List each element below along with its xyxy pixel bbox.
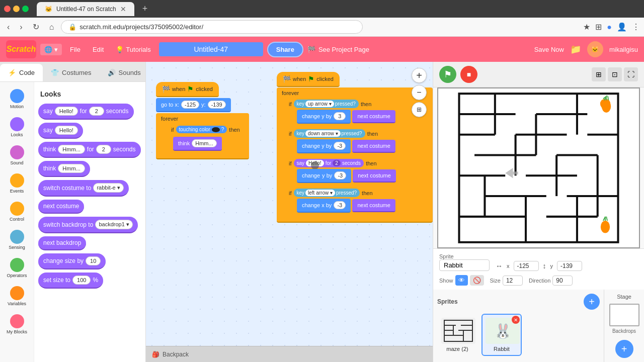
y-input[interactable] [557, 261, 582, 271]
category-looks[interactable]: Looks [4, 114, 30, 140]
touching-color-block[interactable]: touching color ? [176, 126, 227, 133]
sprites-list: Sprites + [433, 290, 604, 362]
code-icon: ⚡ [8, 69, 16, 76]
project-name-input[interactable] [159, 42, 263, 56]
category-operators[interactable]: Operators [4, 255, 30, 281]
svg-rect-0 [459, 94, 618, 242]
reload-btn[interactable]: ↻ [30, 20, 42, 34]
category-motion[interactable]: Motion [4, 86, 30, 112]
show-label: Show [439, 278, 453, 284]
block-change-x-neg3[interactable]: change x by -3 [297, 199, 351, 213]
sprite-name-input[interactable] [439, 259, 490, 271]
sprite-delete-btn[interactable]: ✕ [512, 316, 520, 324]
block-think-hmm-for[interactable]: think Hmm... for 2 seconds [38, 142, 141, 158]
full-stage-btn[interactable]: ⊡ [608, 67, 622, 81]
zoom-out-btn[interactable]: − [412, 85, 427, 100]
direction-input[interactable] [552, 276, 573, 286]
share-button[interactable]: Share [267, 42, 303, 57]
edit-menu[interactable]: Edit [89, 44, 108, 55]
stage-mini-preview[interactable] [609, 304, 639, 326]
zoom-in-btn[interactable]: + [412, 68, 427, 83]
category-events[interactable]: Events [4, 170, 30, 197]
tutorials-btn[interactable]: 💡 Tutorials [112, 44, 154, 55]
category-sensing[interactable]: Sensing [4, 227, 30, 253]
file-menu[interactable]: File [66, 44, 85, 55]
category-variables[interactable]: Variables [4, 283, 30, 309]
block-next-costume-4[interactable]: next costume [352, 199, 395, 212]
block-change-y-neg3-2[interactable]: change y by -3 [297, 169, 351, 183]
block-say-hello-for[interactable]: say Hello! for 2 seconds [38, 104, 134, 120]
language-selector[interactable]: 🌐 ▾ [40, 44, 62, 55]
tab-costumes[interactable]: 👕 Costumes [43, 64, 100, 81]
size-label: Size [490, 278, 501, 284]
block-next-costume-3[interactable]: next costume [353, 169, 395, 183]
close-btn[interactable] [4, 6, 11, 12]
block-think-inner[interactable]: think Hmm... [173, 137, 222, 151]
block-change-size[interactable]: change size by 10 [38, 253, 106, 269]
hat-when-flag-2[interactable]: 🏁 when ⚑ clicked [277, 72, 340, 87]
stage-controls: ⚑ ■ ⊞ ⊡ ⛶ [433, 62, 644, 87]
block-forever-1[interactable]: forever if touching color ? then [156, 113, 249, 159]
backpack-bar[interactable]: 🎒 Backpack [146, 346, 433, 362]
key-up-block[interactable]: key up arrow ▾ pressed? [294, 100, 359, 108]
block-set-size[interactable]: set size to 100 % [38, 273, 103, 289]
block-next-costume[interactable]: next costume [38, 200, 84, 214]
add-sprite-btn[interactable]: + [584, 294, 600, 310]
scratch-logo[interactable]: Scratch [6, 40, 36, 58]
minimize-btn[interactable] [13, 6, 20, 12]
block-next-costume-1[interactable]: next costume [352, 110, 395, 123]
main-content: ⚡ Code 👕 Costumes 🔊 Sounds [0, 62, 644, 362]
block-think-hmm[interactable]: think Hmm... [38, 161, 90, 177]
zoom-fit-btn[interactable]: ⊞ [412, 102, 427, 117]
stop-button[interactable]: ■ [460, 66, 477, 83]
new-tab-btn[interactable]: + [138, 4, 152, 14]
bookmark-icon[interactable]: ★ [583, 22, 590, 32]
small-stage-btn[interactable]: ⊞ [592, 67, 606, 81]
key-left-block[interactable]: key left arrow ▾ pressed? [294, 189, 360, 197]
x-input[interactable] [514, 261, 539, 271]
block-say-hello[interactable]: say Hello! [38, 123, 83, 139]
menu-icon[interactable]: ⋮ [632, 22, 640, 32]
browser-address-bar: ‹ › ↻ ⌂ 🔒 scratch.mit.edu/projects/37509… [0, 18, 644, 37]
sprite-thumb-rabbit[interactable]: 🐰 Rabbit ✕ [481, 314, 522, 356]
show-visible-btn[interactable]: 👁 [455, 275, 468, 286]
block-go-to[interactable]: go to x: -125 y: -139 [156, 98, 231, 112]
maximize-btn[interactable] [22, 6, 29, 12]
save-now-btn[interactable]: Save Now [534, 46, 564, 53]
block-switch-backdrop[interactable]: switch backdrop to backdrop1 ▾ [38, 217, 138, 233]
forward-btn[interactable]: › [17, 21, 25, 34]
green-flag-btn[interactable]: ⚑ [439, 66, 456, 83]
browser-tab[interactable]: 🐱 Untitled-47 on Scratch ✕ [37, 2, 134, 16]
see-project-button[interactable]: 🏁 See Project Page [307, 46, 369, 53]
tab-close-icon[interactable]: ✕ [120, 5, 126, 13]
tab-sounds[interactable]: 🔊 Sounds [100, 64, 149, 81]
show-hidden-btn[interactable]: 🚫 [470, 275, 484, 286]
block-next-backdrop[interactable]: next backdrop [38, 236, 86, 250]
category-my-blocks[interactable]: My Blocks [4, 311, 30, 337]
address-input[interactable]: 🔒 scratch.mit.edu/projects/375095002/edi… [61, 20, 363, 34]
blocks-panel: ⚡ Code 👕 Costumes 🔊 Sounds [0, 62, 146, 362]
block-next-costume-2[interactable]: next costume [352, 140, 395, 153]
block-switch-costume[interactable]: switch costume to rabbit-e ▾ [38, 180, 129, 197]
block-change-y-3[interactable]: change y by 3 [297, 110, 351, 124]
key-down-block[interactable]: key down arrow ▾ pressed? [294, 129, 365, 138]
fullscreen-btn[interactable]: ⛶ [624, 67, 638, 81]
maze-svg [438, 88, 639, 247]
say-hello-for-block[interactable]: say Hello! for 2 seconds [294, 159, 364, 167]
block-change-y-neg3[interactable]: change y by -3 [297, 139, 351, 153]
sprite-thumb-maze[interactable]: maze (2) [437, 314, 477, 356]
profile-icon[interactable]: 👤 [617, 22, 627, 32]
category-control[interactable]: Control [4, 199, 30, 225]
back-btn[interactable]: ‹ [4, 21, 13, 34]
block-forever-2[interactable]: forever if key up arrow ▾ pressed? then [277, 87, 433, 223]
folder-icon[interactable]: 📁 [570, 44, 581, 55]
category-sound[interactable]: Sound [4, 142, 30, 168]
username-label[interactable]: mikailgisu [609, 46, 638, 53]
tab-code[interactable]: ⚡ Code [0, 64, 43, 81]
size-input[interactable] [503, 276, 523, 286]
code-area[interactable]: 🏁 when ⚑ clicked go to x: -125 y: -139 [146, 62, 433, 362]
add-backdrop-btn[interactable]: + [615, 340, 633, 358]
extensions-icon[interactable]: ⊞ [595, 22, 602, 32]
home-btn[interactable]: ⌂ [46, 21, 57, 34]
hat-when-flag-1[interactable]: 🏁 when ⚑ clicked [156, 82, 219, 97]
